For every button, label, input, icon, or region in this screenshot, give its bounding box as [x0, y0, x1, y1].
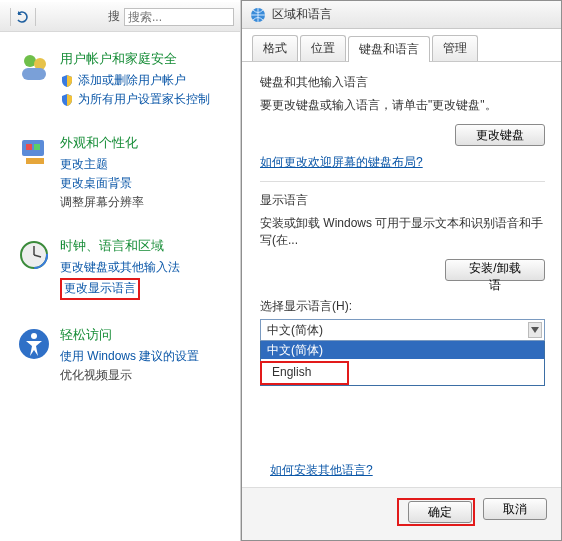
category-heading[interactable]: 外观和个性化	[60, 134, 144, 152]
search-label: 搜	[108, 8, 120, 25]
refresh-dropdown-icon[interactable]	[15, 10, 31, 24]
svg-rect-5	[34, 144, 40, 150]
dialog-titlebar: 区域和语言	[242, 1, 561, 29]
install-uninstall-language-button[interactable]: 安装/卸载语	[445, 259, 545, 281]
chevron-down-icon[interactable]	[528, 322, 542, 338]
accounts-icon	[16, 50, 52, 86]
link-windows-suggestions[interactable]: 使用 Windows 建议的设置	[60, 348, 199, 365]
separator	[260, 181, 545, 182]
link-adjust-resolution[interactable]: 调整屏幕分辨率	[60, 194, 144, 211]
toolbar: 搜	[0, 2, 240, 32]
link-parental-controls[interactable]: 为所有用户设置家长控制	[78, 91, 210, 108]
category-appearance: 外观和个性化 更改主题 更改桌面背景 调整屏幕分辨率	[16, 134, 230, 213]
link-how-install-languages[interactable]: 如何安装其他语言?	[270, 462, 373, 479]
svg-rect-4	[26, 144, 32, 150]
dialog-title: 区域和语言	[272, 6, 332, 23]
dialog-region-language: 区域和语言 格式 位置 键盘和语言 管理 键盘和其他输入语言 要更改键盘或输入语…	[240, 0, 562, 541]
cancel-button[interactable]: 取消	[483, 498, 547, 520]
category-sub-row: 添加或删除用户帐户	[60, 72, 210, 89]
category-ease-of-access: 轻松访问 使用 Windows 建议的设置 优化视频显示	[16, 326, 230, 386]
link-welcome-keyboard-layout[interactable]: 如何更改欢迎屏幕的键盘布局?	[260, 154, 423, 171]
link-change-input-method[interactable]: 更改键盘或其他输入法	[60, 259, 180, 276]
group-display-language-text: 安装或卸载 Windows 可用于显示文本和识别语音和手写(在...	[260, 215, 545, 249]
category-sub-row: 为所有用户设置家长控制	[60, 91, 210, 108]
toolbar-separator	[10, 8, 11, 26]
display-language-dropdown: 中文(简体) English	[260, 341, 545, 386]
group-keyboard-text: 要更改键盘或输入语言，请单击"更改键盘"。	[260, 97, 545, 114]
language-option-en[interactable]: English	[266, 365, 317, 379]
link-change-display-language[interactable]: 更改显示语言	[64, 281, 136, 295]
tab-admin[interactable]: 管理	[432, 35, 478, 61]
shield-icon	[60, 74, 74, 88]
svg-point-12	[31, 333, 37, 339]
svg-rect-2	[22, 68, 46, 80]
control-panel-pane: 搜 用户帐户和家庭安全	[0, 0, 240, 541]
link-add-remove-user[interactable]: 添加或删除用户帐户	[78, 72, 186, 89]
select-display-language-label: 选择显示语言(H):	[260, 298, 545, 315]
display-language-current: 中文(简体)	[261, 320, 544, 340]
highlight-change-display-language: 更改显示语言	[60, 278, 140, 300]
globe-icon	[250, 7, 266, 23]
change-keyboard-button[interactable]: 更改键盘	[455, 124, 545, 146]
toolbar-separator	[35, 8, 36, 26]
highlight-english-option: English	[261, 359, 544, 385]
search-input[interactable]	[124, 8, 234, 26]
dialog-footer: 确定 取消	[242, 487, 561, 540]
language-option-zh[interactable]: 中文(简体)	[261, 341, 544, 359]
search-wrap: 搜	[108, 8, 234, 26]
dialog-body: 键盘和其他输入语言 要更改键盘或输入语言，请单击"更改键盘"。 更改键盘 如何更…	[242, 62, 561, 487]
group-display-language-label: 显示语言	[260, 192, 545, 209]
svg-rect-3	[22, 140, 44, 156]
category-heading[interactable]: 用户帐户和家庭安全	[60, 50, 210, 68]
highlight-ok-button: 确定	[397, 498, 475, 526]
display-language-select[interactable]: 中文(简体)	[260, 319, 545, 341]
svg-rect-6	[26, 158, 44, 164]
category-heading[interactable]: 轻松访问	[60, 326, 199, 344]
shield-icon	[60, 93, 74, 107]
tabs-bar: 格式 位置 键盘和语言 管理	[242, 29, 561, 62]
ease-icon	[16, 326, 52, 362]
categories-list: 用户帐户和家庭安全 添加或删除用户帐户 为所有用户设置家长控制	[0, 32, 240, 420]
clock-icon	[16, 237, 52, 273]
category-clock-language: 时钟、语言和区域 更改键盘或其他输入法 更改显示语言	[16, 237, 230, 302]
link-optimize-video[interactable]: 优化视频显示	[60, 367, 199, 384]
ok-button[interactable]: 确定	[408, 501, 472, 523]
tab-location[interactable]: 位置	[300, 35, 346, 61]
tab-format[interactable]: 格式	[252, 35, 298, 61]
category-heading[interactable]: 时钟、语言和区域	[60, 237, 180, 255]
appearance-icon	[16, 134, 52, 170]
group-keyboard-label: 键盘和其他输入语言	[260, 74, 545, 91]
link-change-wallpaper[interactable]: 更改桌面背景	[60, 175, 132, 192]
link-change-theme[interactable]: 更改主题	[60, 156, 108, 173]
tab-keyboard-language[interactable]: 键盘和语言	[348, 36, 430, 62]
category-accounts: 用户帐户和家庭安全 添加或删除用户帐户 为所有用户设置家长控制	[16, 50, 230, 110]
